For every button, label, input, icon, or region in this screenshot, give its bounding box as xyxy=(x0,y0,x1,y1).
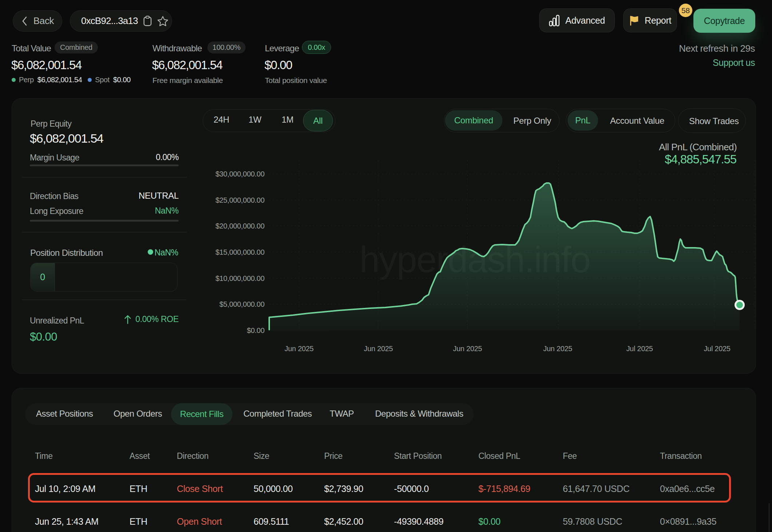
svg-text:Jun 2025: Jun 2025 xyxy=(364,345,393,353)
svg-text:Jul 2025: Jul 2025 xyxy=(704,345,730,353)
svg-text:$10,000,000.00: $10,000,000.00 xyxy=(215,274,264,282)
svg-text:$20,000,000.00: $20,000,000.00 xyxy=(215,222,264,230)
svg-text:Jun 2025: Jun 2025 xyxy=(543,345,572,353)
svg-text:Jun 2025: Jun 2025 xyxy=(453,345,482,353)
svg-text:$5,000,000.00: $5,000,000.00 xyxy=(219,300,264,308)
svg-text:$25,000,000.00: $25,000,000.00 xyxy=(215,196,264,204)
svg-text:$0.00: $0.00 xyxy=(247,326,264,334)
svg-text:Jun 2025: Jun 2025 xyxy=(284,345,314,353)
svg-text:$15,000,000.00: $15,000,000.00 xyxy=(215,248,264,256)
svg-text:$30,000,000.00: $30,000,000.00 xyxy=(215,170,264,178)
svg-text:Jul 2025: Jul 2025 xyxy=(626,345,653,353)
